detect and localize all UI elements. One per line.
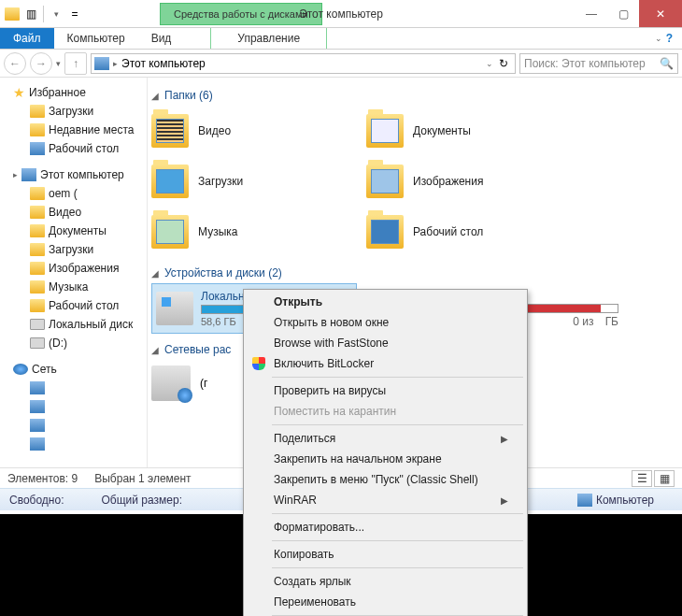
pc-icon: [30, 381, 45, 394]
sidebar-item-pictures[interactable]: Изображения: [0, 259, 147, 278]
menu-item[interactable]: Переименовать: [246, 592, 525, 612]
chevron-right-icon[interactable]: ▸: [13, 170, 18, 179]
sidebar-net-pc4[interactable]: [0, 435, 147, 453]
crop-artifact: [528, 514, 682, 616]
folder-icon: [30, 123, 45, 136]
folder-music[interactable]: Музыка: [151, 207, 366, 257]
sidebar-net-pc2[interactable]: [0, 397, 147, 416]
ribbon-expand-button[interactable]: ⌄?: [646, 28, 682, 49]
menu-item[interactable]: Закрепить на начальном экране: [246, 449, 525, 469]
chevron-right-icon[interactable]: ▸: [113, 59, 118, 68]
tab-file[interactable]: Файл: [0, 28, 54, 49]
menu-item-label: Закрепить на начальном экране: [274, 452, 442, 466]
folder-downloads[interactable]: Загрузки: [151, 156, 366, 207]
address-bar[interactable]: ▸ Этот компьютер ⌄ ↻: [91, 53, 516, 74]
drive-icon: [30, 319, 45, 330]
qat-dropdown-icon[interactable]: ▾: [48, 6, 64, 22]
icons-view-button[interactable]: ▦: [654, 470, 675, 487]
menu-item-label: Переименовать: [274, 595, 356, 609]
maximize-button[interactable]: ▢: [607, 0, 639, 27]
menu-item[interactable]: Открыть: [246, 292, 525, 312]
tab-manage[interactable]: Управление: [210, 28, 327, 49]
close-button[interactable]: ✕: [639, 0, 682, 27]
network-item-label: (г: [200, 377, 207, 390]
sidebar-favorites[interactable]: ★Избранное: [0, 83, 147, 102]
folder-icon: [30, 105, 45, 118]
folder-icon: [30, 262, 45, 275]
folder-icon: [30, 206, 45, 219]
folder-desktop[interactable]: Рабочий стол: [366, 207, 581, 257]
refresh-icon[interactable]: ↻: [495, 57, 512, 70]
search-input[interactable]: Поиск: Этот компьютер 🔍: [519, 53, 678, 74]
sidebar-item-downloads2[interactable]: Загрузки: [0, 240, 147, 259]
sidebar-this-pc[interactable]: ▸Этот компьютер: [0, 165, 147, 184]
tab-computer[interactable]: Компьютер: [54, 28, 138, 49]
menu-item[interactable]: Включить BitLocker: [246, 353, 525, 374]
pc-icon: [30, 437, 45, 451]
sidebar-item-video[interactable]: Видео: [0, 203, 147, 222]
help-icon[interactable]: ?: [666, 32, 673, 45]
sidebar-item-documents[interactable]: Документы: [0, 222, 147, 240]
menu-item[interactable]: WinRAR▶: [246, 490, 525, 510]
group-folders-header[interactable]: ◢Папки (6): [151, 85, 671, 106]
title-bar: ▥ ▾ = Средства работы с дисками Этот ком…: [0, 0, 682, 28]
folder-icon: [30, 187, 45, 200]
address-dropdown-icon[interactable]: ⌄: [486, 59, 493, 68]
app-icon: [4, 6, 21, 22]
folder-documents[interactable]: Документы: [366, 106, 581, 156]
sidebar-net-pc3[interactable]: [0, 416, 147, 435]
menu-item[interactable]: Создать ярлык: [246, 571, 525, 592]
pc-icon: [94, 57, 109, 70]
menu-item[interactable]: Поделиться▶: [246, 428, 525, 449]
qat-equals-icon: =: [66, 6, 83, 22]
menu-item-label: Создать ярлык: [274, 575, 351, 588]
navigation-pane: ★Избранное Загрузки Недавние места Рабоч…: [0, 78, 148, 467]
drive-icon: [30, 337, 45, 349]
menu-item-label: Browse with FastStone: [274, 337, 389, 350]
sidebar-item-music[interactable]: Музыка: [0, 278, 147, 296]
menu-item[interactable]: Копировать: [246, 544, 525, 565]
menu-item[interactable]: Закрепить в меню "Пуск" (Classic Shell): [246, 469, 525, 490]
back-button[interactable]: ←: [4, 52, 26, 75]
separator: [43, 6, 44, 22]
sidebar-item-downloads[interactable]: Загрузки: [0, 102, 147, 121]
pc-icon: [30, 419, 45, 432]
recent-dropdown-icon[interactable]: ▾: [56, 59, 61, 68]
sidebar-item-local-disk[interactable]: Локальный диск: [0, 315, 147, 334]
menu-item[interactable]: Проверить на вирусы: [246, 380, 525, 401]
up-button[interactable]: ↑: [64, 52, 87, 75]
menu-item[interactable]: Открыть в новом окне: [246, 312, 525, 333]
minimize-button[interactable]: —: [575, 0, 607, 27]
contextual-tab-header: Средства работы с дисками: [160, 3, 322, 25]
sidebar-item-oem[interactable]: oem (: [0, 184, 147, 203]
forward-button[interactable]: →: [30, 52, 52, 75]
folder-icon: [30, 243, 45, 256]
quick-access-toolbar: ▥ ▾ =: [0, 6, 87, 22]
sidebar-item-d-drive[interactable]: (D:): [0, 334, 147, 352]
details-view-button[interactable]: ☰: [632, 470, 652, 487]
menu-item-label: Форматировать...: [274, 521, 364, 534]
sidebar-item-recent[interactable]: Недавние места: [0, 121, 147, 139]
chevron-right-icon: ▶: [501, 434, 508, 444]
sidebar-item-desktop[interactable]: Рабочий стол: [0, 139, 147, 158]
sidebar-item-desktop2[interactable]: Рабочий стол: [0, 296, 147, 315]
menu-item[interactable]: Browse with FastStone: [246, 333, 525, 353]
window-controls: — ▢ ✕: [575, 0, 682, 27]
properties-qat-icon[interactable]: ▥: [22, 6, 39, 22]
network-drive-icon: [151, 365, 191, 401]
status-item-count: Элементов: 9: [7, 472, 78, 485]
sidebar-net-pc1[interactable]: [0, 379, 147, 397]
sidebar-network[interactable]: Сеть: [0, 360, 147, 379]
group-drives-header[interactable]: ◢Устройства и диски (2): [151, 263, 671, 283]
chevron-down-icon: ◢: [151, 268, 159, 279]
menu-separator: [272, 424, 523, 425]
menu-item-label: Копировать: [274, 548, 334, 561]
chevron-right-icon: ▶: [501, 495, 508, 506]
menu-item[interactable]: Форматировать...: [246, 517, 525, 537]
shield-icon: [251, 356, 266, 371]
folder-video[interactable]: Видео: [151, 106, 366, 156]
breadcrumb[interactable]: Этот компьютер: [121, 57, 206, 70]
folder-icon: [30, 299, 45, 312]
tab-view[interactable]: Вид: [138, 28, 185, 49]
folder-pictures[interactable]: Изображения: [366, 156, 581, 207]
